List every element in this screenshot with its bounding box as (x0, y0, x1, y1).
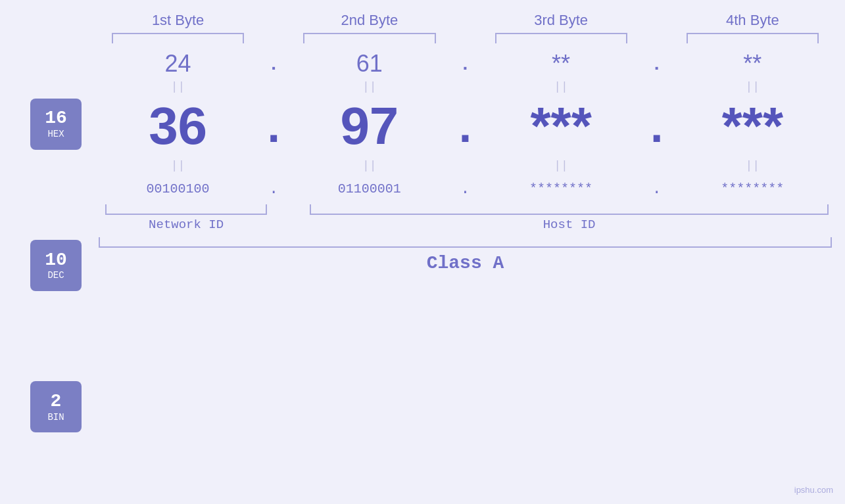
bin-b4: ******** (673, 181, 832, 196)
dec-dot1: . (257, 103, 290, 149)
bin-dot1: . (257, 180, 290, 198)
hex-b2: 61 (290, 50, 448, 78)
bin-row: 00100100 . 01100001 . ******** . *******… (99, 175, 832, 203)
watermark: ipshu.com (794, 484, 833, 496)
dec-b2: 97 (290, 100, 448, 152)
eq2-b1: || (99, 159, 257, 172)
hex-dot1: . (257, 53, 290, 74)
class-label-row: Class A (99, 253, 832, 273)
values-area: 24 . 61 . ** . ** || || || || 36 (99, 43, 845, 504)
bin-dot3: . (640, 180, 673, 198)
main-rows-area: 16 HEX 10 DEC 2 BIN 24 . 61 . ** . ** (0, 43, 845, 504)
byte1-bracket-top (112, 33, 244, 43)
byte-headers-row: 1st Byte 2nd Byte 3rd Byte 4th Byte (0, 0, 845, 43)
eq1-b2: || (290, 80, 448, 93)
bin-badge[interactable]: 2 BIN (30, 381, 82, 432)
network-bracket-col: Network ID (99, 204, 274, 232)
byte2-bracket-top (303, 33, 435, 43)
eq1-b1: || (99, 80, 257, 93)
badges-column: 16 HEX 10 DEC 2 BIN (13, 43, 99, 504)
bin-b3: ******** (482, 181, 640, 196)
hex-dot3: . (640, 53, 673, 74)
dec-b4: *** (673, 100, 832, 152)
hex-badge[interactable]: 16 HEX (30, 99, 82, 150)
network-bracket-line (105, 204, 267, 215)
class-bracket-line (99, 237, 832, 248)
sep3-header (640, 12, 673, 43)
class-label: Class A (427, 253, 504, 273)
dec-b1: 36 (99, 100, 257, 152)
eq1-b4: || (673, 80, 832, 93)
dec-dot2: . (449, 103, 482, 149)
byte4-header: 4th Byte (673, 12, 832, 43)
class-bracket-area: Class A (99, 237, 832, 273)
equals-row-1: || || || || (99, 78, 832, 96)
hex-dot2: . (449, 53, 482, 74)
host-id-label: Host ID (543, 218, 596, 232)
bin-b2: 01100001 (290, 181, 448, 196)
eq2-b4: || (673, 159, 832, 172)
bin-dot2: . (449, 180, 482, 198)
hex-b3: ** (482, 50, 640, 78)
host-bracket-col: Host ID (306, 204, 832, 232)
eq1-b3: || (482, 80, 640, 93)
byte1-header: 1st Byte (99, 12, 257, 43)
dec-badge[interactable]: 10 DEC (30, 240, 82, 291)
hex-row: 24 . 61 . ** . ** (99, 43, 832, 78)
hex-b1: 24 (99, 50, 257, 78)
byte4-bracket-top (687, 33, 819, 43)
page-container: 1st Byte 2nd Byte 3rd Byte 4th Byte 16 (0, 0, 845, 504)
sep1-header (257, 12, 290, 43)
hex-b4: ** (673, 50, 832, 78)
dec-row: 36 . 97 . *** . *** (99, 96, 832, 156)
eq2-b3: || (482, 159, 640, 172)
network-id-label: Network ID (149, 218, 224, 232)
bottom-brackets-row: Network ID Host ID (99, 204, 832, 232)
dec-b3: *** (482, 100, 640, 152)
host-bracket-line (310, 204, 829, 215)
sep2-header (449, 12, 482, 43)
bin-b1: 00100100 (99, 181, 257, 196)
bracket-sep1 (274, 204, 306, 232)
eq2-b2: || (290, 159, 448, 172)
equals-row-2: || || || || (99, 156, 832, 175)
byte2-header: 2nd Byte (290, 12, 448, 43)
byte3-header: 3rd Byte (482, 12, 640, 43)
byte3-bracket-top (495, 33, 627, 43)
dec-dot3: . (640, 103, 673, 149)
